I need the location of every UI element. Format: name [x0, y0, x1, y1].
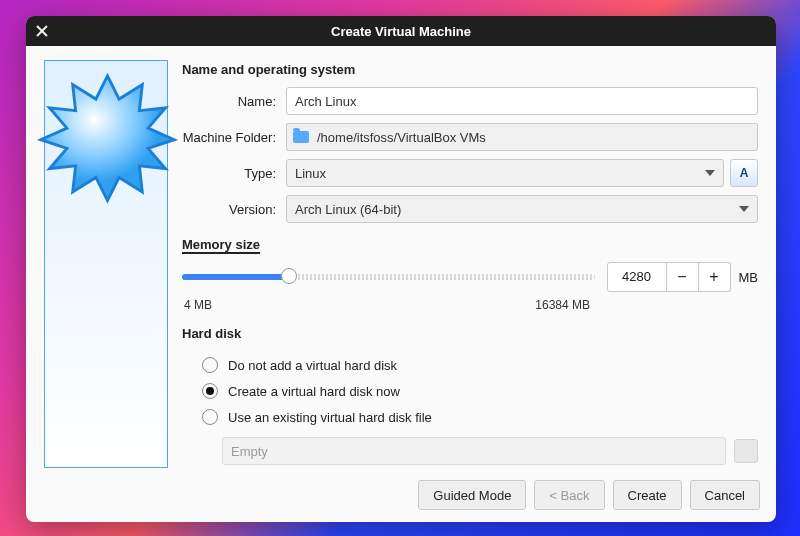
disk-option-create-label: Create a virtual hard disk now	[228, 384, 400, 399]
label-version: Version:	[182, 202, 286, 217]
chevron-down-icon	[739, 206, 749, 212]
row-name: Name: Arch Linux	[182, 87, 758, 115]
cancel-button[interactable]: Cancel	[690, 480, 760, 510]
choose-disk-file-button	[734, 439, 758, 463]
plus-icon: +	[709, 268, 718, 286]
wizard-sidebar-image	[44, 60, 168, 468]
chevron-down-icon	[705, 170, 715, 176]
memory-slider[interactable]	[182, 274, 595, 280]
memory-increment-button[interactable]: +	[699, 262, 731, 292]
folder-path-text: /home/itsfoss/VirtualBox VMs	[317, 130, 486, 145]
disk-option-existing-label: Use an existing virtual hard disk file	[228, 410, 432, 425]
version-select-value: Arch Linux (64-bit)	[295, 202, 401, 217]
label-type: Type:	[182, 166, 286, 181]
section-disk: Hard disk	[182, 326, 758, 341]
row-type: Type: Linux A	[182, 159, 758, 187]
disk-option-create[interactable]: Create a virtual hard disk now	[202, 383, 758, 399]
memory-min-label: 4 MB	[184, 298, 212, 312]
dialog-body: Name and operating system Name: Arch Lin…	[26, 46, 776, 468]
label-name: Name:	[182, 94, 286, 109]
section-memory: Memory size	[182, 237, 758, 252]
memory-slider-fill	[182, 274, 289, 280]
version-select[interactable]: Arch Linux (64-bit)	[286, 195, 758, 223]
memory-max-label: 16384 MB	[535, 298, 590, 312]
folder-select[interactable]: /home/itsfoss/VirtualBox VMs	[286, 123, 730, 151]
dialog-footer: Guided Mode < Back Create Cancel	[26, 468, 776, 522]
window-title: Create Virtual Machine	[56, 24, 746, 39]
section-name-os: Name and operating system	[182, 62, 758, 77]
type-select[interactable]: Linux	[286, 159, 724, 187]
memory-unit: MB	[739, 270, 759, 285]
label-folder: Machine Folder:	[182, 130, 286, 145]
svg-marker-0	[41, 76, 174, 201]
radio-icon	[202, 409, 218, 425]
existing-disk-select: Empty	[222, 437, 726, 465]
row-folder: Machine Folder: /home/itsfoss/VirtualBox…	[182, 123, 758, 151]
memory-slider-thumb[interactable]	[281, 268, 297, 284]
disk-option-existing[interactable]: Use an existing virtual hard disk file	[202, 409, 758, 425]
disk-option-none-label: Do not add a virtual hard disk	[228, 358, 397, 373]
name-input-value: Arch Linux	[295, 94, 356, 109]
guided-mode-button[interactable]: Guided Mode	[418, 480, 526, 510]
memory-slider-row: 4280 − + MB	[182, 262, 758, 292]
memory-value-input[interactable]: 4280	[607, 262, 667, 292]
os-logo-icon: A	[730, 159, 758, 187]
create-button[interactable]: Create	[613, 480, 682, 510]
memory-scale: 4 MB 16384 MB	[184, 298, 590, 312]
folder-browse-button[interactable]	[730, 123, 758, 151]
dialog-window: Create Virtual Machine Name and operatin…	[26, 16, 776, 522]
existing-disk-placeholder: Empty	[231, 444, 268, 459]
close-icon[interactable]	[36, 25, 48, 37]
memory-stepper: − +	[667, 262, 731, 292]
titlebar: Create Virtual Machine	[26, 16, 776, 46]
memory-decrement-button[interactable]: −	[667, 262, 699, 292]
minus-icon: −	[677, 268, 686, 286]
existing-disk-row: Empty	[222, 437, 758, 465]
type-select-value: Linux	[295, 166, 326, 181]
row-version: Version: Arch Linux (64-bit)	[182, 195, 758, 223]
radio-icon	[202, 357, 218, 373]
radio-checked-icon	[202, 383, 218, 399]
folder-icon	[293, 131, 309, 143]
starburst-icon	[35, 73, 180, 218]
wizard-main: Name and operating system Name: Arch Lin…	[182, 60, 758, 468]
name-input[interactable]: Arch Linux	[286, 87, 758, 115]
disk-option-none[interactable]: Do not add a virtual hard disk	[202, 357, 758, 373]
back-button: < Back	[534, 480, 604, 510]
